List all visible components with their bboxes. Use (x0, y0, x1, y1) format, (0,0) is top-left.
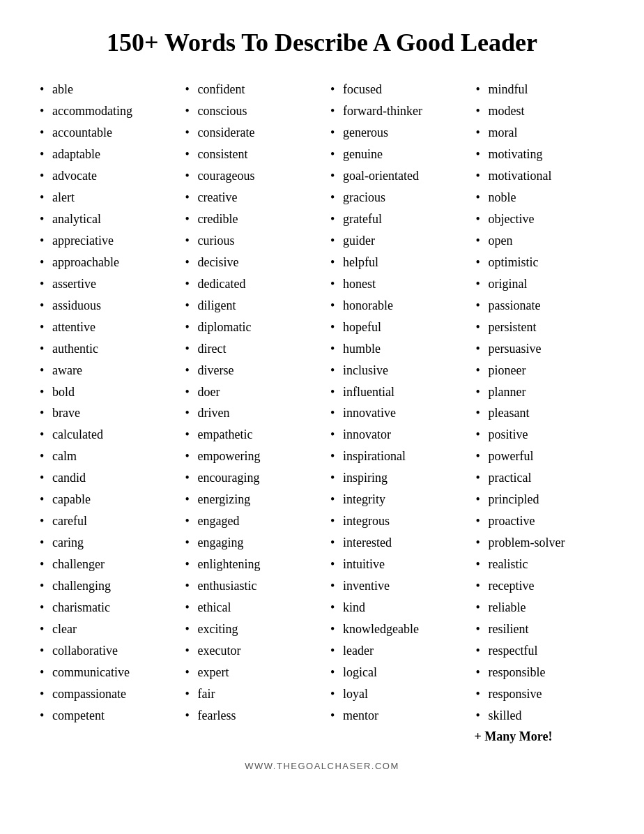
list-item: accountable (38, 122, 170, 144)
list-item: communicative (38, 662, 170, 683)
list-item: dedicated (184, 273, 316, 295)
list-item: generous (329, 122, 461, 144)
list-item: consistent (184, 144, 316, 165)
list-item: respectful (475, 640, 606, 662)
list-item: guider (329, 230, 461, 252)
list-item: innovator (329, 424, 461, 446)
list-item: principled (475, 489, 606, 510)
list-item: clear (38, 619, 170, 640)
list-item: able (38, 79, 170, 100)
column-1: ableaccommodatingaccountableadaptableadv… (35, 79, 174, 744)
list-item: driven (184, 402, 316, 424)
list-item: candid (38, 467, 170, 489)
list-item: inspirational (329, 446, 461, 467)
list-item: powerful (475, 446, 606, 467)
list-item: attentive (38, 317, 170, 338)
list-item: humble (329, 338, 461, 360)
list-item: innovative (329, 402, 461, 424)
list-item: passionate (475, 295, 606, 317)
list-item: bold (38, 381, 170, 403)
list-item: pleasant (475, 402, 606, 424)
list-item: practical (475, 467, 606, 489)
list-item: planner (475, 381, 606, 403)
list-item: creative (184, 187, 316, 208)
list-item: diplomatic (184, 317, 316, 338)
list-item: charismatic (38, 597, 170, 619)
list-item: honorable (329, 295, 461, 317)
list-item: grateful (329, 208, 461, 230)
list-item: conscious (184, 100, 316, 122)
list-item: courageous (184, 165, 316, 187)
list-item: curious (184, 230, 316, 252)
list-item: optimistic (475, 252, 606, 273)
list-item: adaptable (38, 144, 170, 165)
list-item: authentic (38, 338, 170, 360)
list-item: ethical (184, 597, 316, 619)
list-item: brave (38, 402, 170, 424)
list-item: motivating (475, 144, 606, 165)
list-item: assertive (38, 273, 170, 295)
list-item: calculated (38, 424, 170, 446)
list-item: mentor (329, 705, 461, 727)
list-item: persuasive (475, 338, 606, 360)
list-item: competent (38, 705, 170, 727)
list-item: objective (475, 208, 606, 230)
list-item: open (475, 230, 606, 252)
list-item: doer (184, 381, 316, 403)
list-item: noble (475, 187, 606, 208)
more-text: + Many More! (475, 729, 606, 744)
list-item: challenging (38, 575, 170, 597)
list-item: gracious (329, 187, 461, 208)
list-item: energizing (184, 489, 316, 510)
list-item: responsible (475, 662, 606, 683)
list-item: enthusiastic (184, 575, 316, 597)
list-item: careful (38, 510, 170, 532)
list-item: resilient (475, 619, 606, 640)
list-item: realistic (475, 554, 606, 575)
list-item: positive (475, 424, 606, 446)
list-item: calm (38, 446, 170, 467)
list-item: hopeful (329, 317, 461, 338)
list-item: logical (329, 662, 461, 683)
footer-text: WWW.THEGOALCHASER.COM (35, 761, 609, 771)
word-columns: ableaccommodatingaccountableadaptableadv… (35, 79, 609, 744)
list-item: integrity (329, 489, 461, 510)
list-item: inclusive (329, 360, 461, 381)
list-item: decisive (184, 252, 316, 273)
list-item: considerate (184, 122, 316, 144)
list-item: genuine (329, 144, 461, 165)
list-item: assiduous (38, 295, 170, 317)
list-item: exciting (184, 619, 316, 640)
list-item: knowledgeable (329, 619, 461, 640)
list-item: mindful (475, 79, 606, 100)
list-item: responsive (475, 683, 606, 705)
list-item: intuitive (329, 554, 461, 575)
list-item: executor (184, 640, 316, 662)
list-item: loyal (329, 683, 461, 705)
column-3: focusedforward-thinkergenerousgenuinegoa… (325, 79, 464, 744)
list-item: skilled (475, 705, 606, 727)
list-item: honest (329, 273, 461, 295)
list-item: aware (38, 360, 170, 381)
list-item: confident (184, 79, 316, 100)
list-item: approachable (38, 252, 170, 273)
list-item: expert (184, 662, 316, 683)
list-item: persistent (475, 317, 606, 338)
list-item: engaged (184, 510, 316, 532)
column-2: confidentconsciousconsiderateconsistentc… (181, 79, 319, 744)
word-list-4: mindfulmodestmoralmotivatingmotivational… (475, 79, 606, 727)
list-item: reliable (475, 597, 606, 619)
list-item: moral (475, 122, 606, 144)
list-item: original (475, 273, 606, 295)
list-item: direct (184, 338, 316, 360)
list-item: influential (329, 381, 461, 403)
list-item: analytical (38, 208, 170, 230)
word-list-3: focusedforward-thinkergenerousgenuinegoa… (329, 79, 461, 727)
list-item: receptive (475, 575, 606, 597)
list-item: kind (329, 597, 461, 619)
list-item: accommodating (38, 100, 170, 122)
list-item: collaborative (38, 640, 170, 662)
list-item: enlightening (184, 554, 316, 575)
list-item: helpful (329, 252, 461, 273)
list-item: motivational (475, 165, 606, 187)
